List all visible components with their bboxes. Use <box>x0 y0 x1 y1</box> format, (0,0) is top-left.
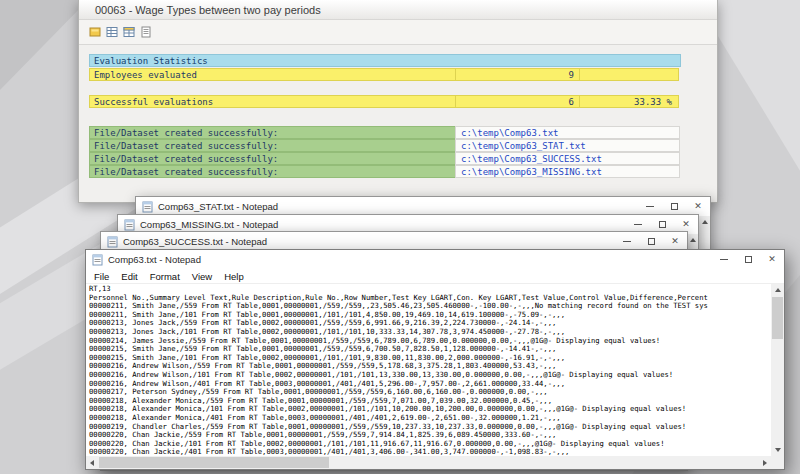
scroll-up-button[interactable] <box>771 284 784 296</box>
maximize-button[interactable] <box>736 250 760 269</box>
desktop: 00063 - Wage Types between two pay perio… <box>0 0 800 474</box>
report-header-label: Evaluation Statistics <box>94 56 208 66</box>
report-header: Evaluation Statistics <box>89 54 681 67</box>
stat-row[interactable]: Employees evaluated 9 <box>89 68 681 81</box>
notepad-title: Comp63_SUCCESS.txt - Notepad <box>123 236 267 247</box>
stat-label: Successful evaluations <box>89 95 456 108</box>
notepad-window-comp63[interactable]: Comp63.txt - Notepad ✕ File Edit Format … <box>85 249 785 470</box>
sap-report-body: Evaluation Statistics Employees evaluate… <box>79 45 717 178</box>
sap-toolbar <box>79 20 717 45</box>
vertical-scroll-thumb[interactable] <box>772 297 783 339</box>
notepad-title: Comp63_STAT.txt - Notepad <box>158 201 278 212</box>
file-path: c:\temp\Comp63_SUCCESS.txt <box>455 152 680 165</box>
sap-titlebar[interactable]: 00063 - Wage Types between two pay perio… <box>79 0 717 20</box>
file-status-label: File/Dataset created successfully: <box>89 126 456 139</box>
menu-item-edit[interactable]: Edit <box>115 271 143 282</box>
file-row[interactable]: File/Dataset created successfully: c:\te… <box>89 165 681 178</box>
sap-report-window: 00063 - Wage Types between two pay perio… <box>78 0 718 203</box>
notepad-title: Comp63_MISSING.txt - Notepad <box>140 219 278 230</box>
file-row[interactable]: File/Dataset created successfully: c:\te… <box>89 139 681 152</box>
scroll-down-button[interactable] <box>771 444 784 456</box>
document-icon[interactable] <box>139 25 153 39</box>
vertical-scrollbar[interactable] <box>771 284 784 456</box>
notepad-icon <box>92 254 103 266</box>
choose-icon[interactable] <box>88 25 102 39</box>
notepad-icon <box>124 219 135 231</box>
scroll-right-button[interactable] <box>759 456 771 469</box>
notepad-icon <box>107 236 118 248</box>
file-path: c:\temp\Comp63_MISSING.txt <box>455 165 680 178</box>
file-row[interactable]: File/Dataset created successfully: c:\te… <box>89 152 681 165</box>
notepad-title: Comp63.txt - Notepad <box>108 254 201 265</box>
menu-item-view[interactable]: View <box>186 271 218 282</box>
table-icon[interactable] <box>105 25 119 39</box>
file-path: c:\temp\Comp63.txt <box>455 126 680 139</box>
notepad-titlebar[interactable]: Comp63.txt - Notepad ✕ <box>86 250 784 269</box>
scrollbar-corner <box>771 456 784 469</box>
file-status-label: File/Dataset created successfully: <box>89 152 456 165</box>
menu-item-help[interactable]: Help <box>218 271 250 282</box>
stat-value: 6 <box>455 95 580 108</box>
spreadsheet-icon[interactable] <box>122 25 136 39</box>
notepad-text-area[interactable]: RT,13 Personnel No.,Summary Level Text,R… <box>86 284 771 456</box>
stat-label: Employees evaluated <box>89 68 456 81</box>
menu-item-file[interactable]: File <box>88 271 115 282</box>
sap-window-title: 00063 - Wage Types between two pay perio… <box>95 4 321 16</box>
notepad-menubar: File Edit Format View Help <box>86 269 784 284</box>
close-button[interactable]: ✕ <box>760 250 784 269</box>
horizontal-scroll-thumb[interactable] <box>99 457 329 468</box>
file-path: c:\temp\Comp63_STAT.txt <box>455 139 680 152</box>
stat-row[interactable]: Successful evaluations 6 33.33 % <box>89 95 681 108</box>
file-row[interactable]: File/Dataset created successfully: c:\te… <box>89 126 681 139</box>
file-status-label: File/Dataset created successfully: <box>89 165 456 178</box>
notepad-text-line: 00000220, Chan Jackie,/401 From RT Table… <box>89 448 771 456</box>
file-status-label: File/Dataset created successfully: <box>89 139 456 152</box>
notepad-icon <box>142 201 153 213</box>
minimize-button[interactable] <box>712 250 736 269</box>
horizontal-scrollbar[interactable] <box>86 456 771 469</box>
stat-value: 9 <box>455 68 580 81</box>
stat-percent <box>579 68 679 81</box>
stat-percent: 33.33 % <box>579 95 679 108</box>
scroll-left-button[interactable] <box>86 456 98 469</box>
menu-item-format[interactable]: Format <box>144 271 186 282</box>
